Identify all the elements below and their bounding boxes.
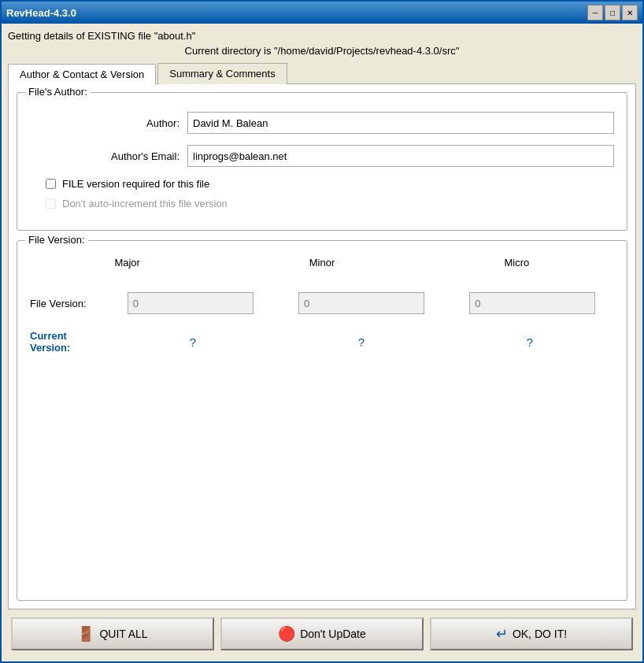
tab-summary[interactable]: Summary & Comments: [157, 63, 287, 84]
close-button[interactable]: ✕: [622, 5, 638, 20]
dont-icon: 🔴: [278, 625, 295, 643]
minor-input[interactable]: [298, 292, 424, 314]
author-input[interactable]: [187, 112, 614, 134]
email-input[interactable]: [187, 145, 614, 167]
auto-increment-checkbox-label: Don't auto-increment this file version: [62, 198, 228, 209]
version-inputs: [109, 292, 614, 314]
author-row: Author:: [30, 112, 614, 134]
current-major: ?: [130, 335, 256, 349]
minor-header: Minor: [259, 257, 385, 269]
dont-update-button[interactable]: 🔴 Don't UpDate: [220, 617, 424, 650]
current-minor: ?: [298, 335, 424, 349]
author-label: Author:: [30, 117, 187, 129]
dont-label: Don't UpDate: [300, 628, 366, 640]
auto-increment-checkbox[interactable]: [46, 198, 56, 209]
ok-icon: ↵: [496, 625, 508, 643]
micro-input[interactable]: [469, 292, 595, 314]
tab-bar: Author & Contact & Version Summary & Com…: [8, 63, 636, 84]
maximize-button[interactable]: □: [605, 5, 620, 20]
authors-legend: File's Author:: [25, 86, 91, 98]
window-body: Getting details of EXISTING file "about.…: [2, 24, 642, 661]
version-legend: File Version:: [25, 234, 88, 246]
title-bar: RevHead-4.3.0 ─ □ ✕: [2, 2, 642, 24]
ok-label: OK, DO IT!: [513, 628, 567, 640]
quit-all-button[interactable]: 🚪 QUIT ALL: [11, 617, 214, 650]
file-version-checkbox-label: FILE version required for this file: [62, 178, 209, 190]
major-header: Major: [65, 257, 191, 269]
current-version-values: ? ? ?: [109, 335, 614, 349]
micro-header: Micro: [453, 257, 579, 269]
minimize-button[interactable]: ─: [587, 5, 603, 20]
authors-section: File's Author: Author: Author's Email: F…: [17, 92, 627, 231]
current-version-label: Current Version:: [30, 330, 109, 354]
tab-content-author: File's Author: Author: Author's Email: F…: [8, 83, 636, 609]
title-bar-controls: ─ □ ✕: [587, 5, 638, 20]
file-version-checkbox[interactable]: [46, 179, 56, 189]
auto-increment-checkbox-row: Don't auto-increment this file version: [46, 198, 614, 209]
main-window: RevHead-4.3.0 ─ □ ✕ Getting details of E…: [0, 0, 644, 663]
file-version-label: File Version:: [30, 298, 109, 309]
version-section: File Version: Major Minor Micro File Ver…: [17, 240, 627, 601]
version-inputs-row: File Version:: [30, 292, 614, 314]
current-version-row: Current Version: ? ? ?: [30, 330, 614, 354]
major-input[interactable]: [128, 292, 254, 314]
tab-author[interactable]: Author & Contact & Version: [8, 64, 156, 85]
email-label: Author's Email:: [30, 150, 187, 162]
status-line2: Current directory is "/home/david/Projec…: [8, 45, 636, 57]
version-headers: Major Minor Micro: [30, 249, 614, 269]
quit-icon: 🚪: [77, 625, 94, 643]
current-micro: ?: [467, 335, 593, 349]
quit-label: QUIT ALL: [99, 628, 147, 640]
file-version-checkbox-row: FILE version required for this file: [46, 178, 614, 190]
button-bar: 🚪 QUIT ALL 🔴 Don't UpDate ↵ OK, DO IT!: [8, 609, 636, 655]
status-line1: Getting details of EXISTING file "about.…: [8, 30, 636, 42]
ok-button[interactable]: ↵ OK, DO IT!: [430, 617, 633, 650]
window-title: RevHead-4.3.0: [6, 7, 76, 19]
email-row: Author's Email:: [30, 145, 614, 167]
